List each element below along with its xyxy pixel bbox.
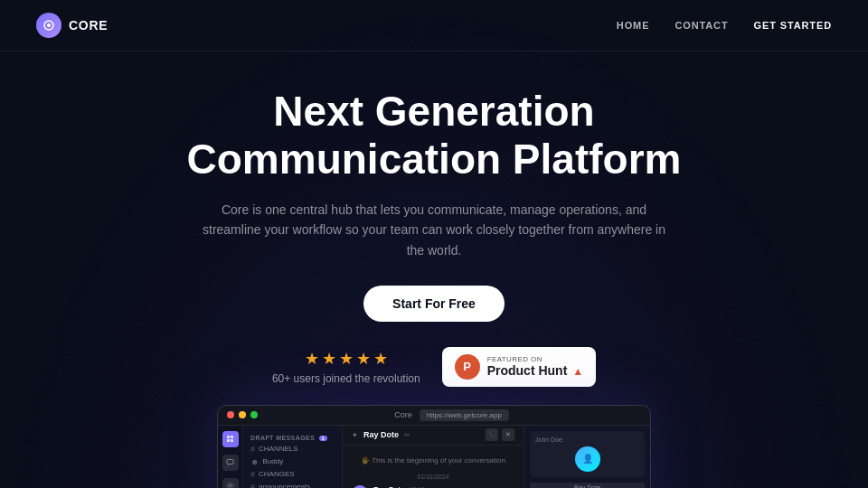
app-right-panel: John Doe 👤 Ray Dote — [524, 426, 650, 488]
app-body: + Draft Messages 1 # CHANNELS ☻ Buddy # — [218, 426, 650, 488]
nav-contact[interactable]: CONTACT — [675, 20, 728, 31]
social-proof: ★ ★ ★ ★ ★ 60+ users joined the revolutio… — [272, 347, 596, 387]
channel-item-general[interactable]: # CHANNELS — [243, 443, 342, 455]
product-hunt-badge[interactable]: P FEATURED ON Product Hunt ▲ — [442, 347, 596, 387]
hero-title: Next Generation Communication Platform — [187, 88, 682, 183]
nav-get-started[interactable]: GET STARTED — [754, 20, 832, 31]
app-titlebar-center: Core https://web.getcore.app — [262, 409, 641, 421]
nav-links: HOME CONTACT GET STARTED — [617, 20, 832, 31]
svg-point-1 — [47, 23, 51, 27]
hero-section: Next Generation Communication Platform C… — [0, 52, 868, 488]
close-icon[interactable]: ✕ — [502, 428, 514, 441]
navbar: CORE HOME CONTACT GET STARTED — [0, 0, 868, 52]
ph-icon: P — [455, 354, 480, 380]
channel-item-changes[interactable]: # CHANGES — [243, 468, 342, 481]
star-rating: ★ ★ ★ ★ ★ — [305, 349, 388, 369]
dot-yellow — [239, 411, 246, 418]
chat-header: ✦ Ray Dote ✏ 📞 ✕ — [343, 426, 524, 446]
start-for-free-button[interactable]: Start For Free — [363, 286, 505, 322]
chat-messages: 🖐 This is the beginning of your conversa… — [343, 446, 524, 488]
svg-point-7 — [229, 484, 231, 487]
svg-rect-3 — [231, 436, 233, 438]
channel-list: Draft Messages 1 # CHANNELS ☻ Buddy # CH… — [243, 426, 343, 488]
svg-rect-2 — [227, 436, 230, 438]
svg-rect-4 — [227, 439, 230, 442]
app-titlebar: Core https://web.getcore.app — [218, 406, 650, 426]
channel-item-buddy[interactable]: ☻ Buddy — [243, 455, 342, 468]
ph-text-block: FEATURED ON Product Hunt ▲ — [487, 355, 583, 378]
ph-name: Product Hunt ▲ — [487, 363, 583, 378]
nav-logo: CORE — [36, 13, 108, 38]
app-title-text: Core — [394, 410, 412, 419]
channel-item-announcements[interactable]: # announcements — [243, 481, 342, 488]
sidebar-icon-home[interactable] — [222, 431, 239, 447]
conv-start-text: 🖐 This is the beginning of your conversa… — [352, 453, 514, 468]
app-sidebar-icons: + — [218, 426, 243, 488]
logo-text: CORE — [69, 18, 108, 33]
sidebar-icon-chat[interactable] — [222, 455, 239, 471]
svg-rect-6 — [227, 460, 233, 465]
dm-label: John Doe — [535, 436, 562, 443]
stars-section: ★ ★ ★ ★ ★ 60+ users joined the revolutio… — [272, 349, 420, 385]
date-divider: 01/31/2024 — [352, 474, 514, 480]
dm-card-johndoe: John Doe 👤 — [530, 431, 645, 477]
dm-avatar-jd: 👤 — [575, 446, 600, 472]
nav-home[interactable]: HOME — [617, 20, 650, 31]
dot-red — [227, 411, 234, 418]
hero-subtitle: Core is one central hub that lets you co… — [199, 200, 669, 260]
ph-featured-label: FEATURED ON — [487, 355, 583, 363]
ph-arrow-icon: ▲ — [572, 365, 583, 378]
channels-section-title: Draft Messages 1 — [243, 431, 342, 443]
chat-header-icons: 📞 ✕ — [486, 428, 514, 441]
dot-green — [250, 411, 258, 418]
chat-header-name: Ray Dote — [363, 430, 399, 439]
logo-icon — [36, 13, 61, 38]
url-bar: https://web.getcore.app — [420, 409, 509, 421]
chat-main: ✦ Ray Dote ✏ 📞 ✕ 🖐 This is the beginning… — [343, 426, 524, 488]
sidebar-icon-settings[interactable] — [222, 478, 239, 488]
call-icon[interactable]: 📞 — [486, 428, 498, 441]
app-preview: Core https://web.getcore.app — [217, 405, 651, 488]
users-joined-label: 60+ users joined the revolution — [272, 372, 420, 385]
dm-reply-btn[interactable]: Ray Dote — [530, 483, 645, 488]
svg-rect-5 — [231, 439, 233, 442]
